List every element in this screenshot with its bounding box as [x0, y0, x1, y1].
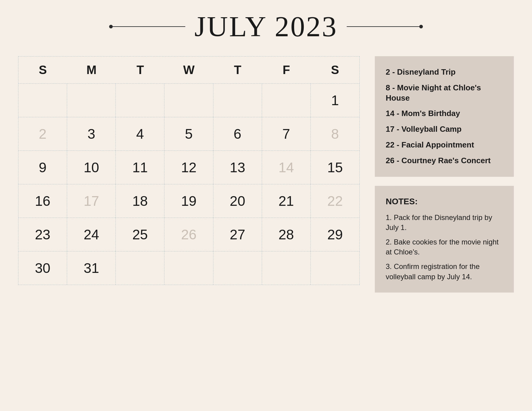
calendar-day-15: 15: [311, 151, 359, 184]
event-item-2: 8 - Movie Night at Chloe's House: [386, 83, 503, 103]
calendar-cell-empty: [116, 251, 164, 285]
calendar-row-3: 9 10 11 12 13 14 15: [18, 151, 359, 184]
note-item-1: 1. Pack for the Disneyland trip by July …: [386, 212, 503, 233]
day-header-sun: S: [18, 57, 67, 83]
calendar-day-14: 14: [262, 151, 311, 184]
calendar-cell-empty: [311, 251, 359, 285]
calendar-day-5: 5: [164, 117, 213, 150]
calendar-row-5: 23 24 25 26 27 28 29: [18, 218, 359, 251]
calendar-day-31: 31: [67, 251, 116, 285]
calendar-day-21: 21: [262, 184, 311, 218]
header-dot-right: [419, 25, 423, 28]
header-dot-left: [109, 25, 113, 28]
left-line-segment: [113, 26, 185, 27]
calendar-day-23: 23: [18, 218, 67, 251]
calendar-day-19: 19: [164, 184, 213, 218]
note-item-2: 2. Bake cookies for the movie night at C…: [386, 237, 503, 257]
notes-box: NOTES: 1. Pack for the Disneyland trip b…: [375, 186, 514, 293]
day-header-sat: S: [311, 57, 359, 83]
sidebar: 2 - Disneyland Trip 8 - Movie Night at C…: [375, 56, 514, 293]
day-header-wed: W: [164, 57, 213, 83]
event-item-5: 22 - Facial Appointment: [386, 140, 503, 150]
calendar-day-2: 2: [18, 117, 67, 150]
calendar-day-25: 25: [116, 218, 164, 251]
calendar-body: 1 2 3 4 5 6 7 8 9 10 11 12 13 14 15: [18, 84, 359, 285]
event-item-3: 14 - Mom's Birthday: [386, 108, 503, 119]
calendar-cell-empty: [164, 84, 213, 117]
calendar-day-9: 9: [18, 151, 67, 184]
page-header: JULY 2023: [18, 12, 514, 41]
day-header-fri: F: [262, 57, 311, 83]
calendar-day-20: 20: [213, 184, 262, 218]
calendar-day-29: 29: [311, 218, 359, 251]
calendar-day-16: 16: [18, 184, 67, 218]
note-item-3: 3. Confirm registration for the volleyba…: [386, 261, 503, 282]
calendar-day-8: 8: [311, 117, 359, 150]
calendar-day-26: 26: [164, 218, 213, 251]
notes-title: NOTES:: [386, 197, 503, 206]
calendar-row-2: 2 3 4 5 6 7 8: [18, 117, 359, 151]
header-line-right: [347, 25, 423, 28]
day-header-tue: T: [116, 57, 164, 83]
event-item-6: 26 - Courtney Rae's Concert: [386, 156, 503, 166]
day-header-thu: T: [213, 57, 262, 83]
calendar-day-3: 3: [67, 117, 116, 150]
calendar-row-1: 1: [18, 84, 359, 117]
calendar-cell-empty: [262, 84, 311, 117]
calendar-day-11: 11: [116, 151, 164, 184]
calendar-day-4: 4: [116, 117, 164, 150]
page-title: JULY 2023: [194, 12, 337, 41]
right-line-segment: [347, 26, 419, 27]
calendar-day-27: 27: [213, 218, 262, 251]
calendar-day-7: 7: [262, 117, 311, 150]
calendar-row-6: 30 31: [18, 251, 359, 285]
calendar-cell-empty: [213, 84, 262, 117]
calendar: S M T W T F S 1 2 3 4 5: [18, 56, 360, 285]
calendar-day-18: 18: [116, 184, 164, 218]
calendar-cell-empty: [67, 84, 116, 117]
event-item-1: 2 - Disneyland Trip: [386, 67, 503, 77]
calendar-day-17: 17: [67, 184, 116, 218]
main-content: S M T W T F S 1 2 3 4 5: [18, 56, 514, 293]
header-line-left: [109, 25, 185, 28]
calendar-day-28: 28: [262, 218, 311, 251]
calendar-cell-empty: [164, 251, 213, 285]
calendar-day-22: 22: [311, 184, 359, 218]
calendar-day-1: 1: [311, 84, 359, 117]
calendar-day-12: 12: [164, 151, 213, 184]
calendar-cell-empty: [213, 251, 262, 285]
events-box: 2 - Disneyland Trip 8 - Movie Night at C…: [375, 56, 514, 177]
calendar-day-6: 6: [213, 117, 262, 150]
calendar-day-13: 13: [213, 151, 262, 184]
calendar-header-row: S M T W T F S: [18, 57, 359, 84]
day-header-mon: M: [67, 57, 116, 83]
calendar-day-24: 24: [67, 218, 116, 251]
event-item-4: 17 - Volleyball Camp: [386, 124, 503, 134]
calendar-cell-empty: [262, 251, 311, 285]
calendar-row-4: 16 17 18 19 20 21 22: [18, 184, 359, 218]
calendar-cell-empty: [116, 84, 164, 117]
calendar-cell-empty: [18, 84, 67, 117]
calendar-day-30: 30: [18, 251, 67, 285]
calendar-day-10: 10: [67, 151, 116, 184]
